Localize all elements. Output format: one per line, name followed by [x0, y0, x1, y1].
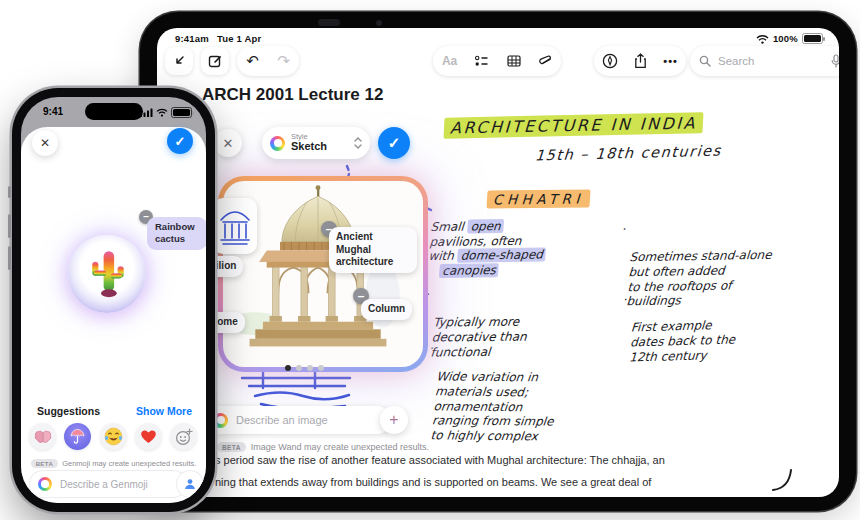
ipad-date: Tue 1 Apr: [217, 33, 262, 44]
suggestions-label: Suggestions: [37, 405, 100, 417]
cellular-icon: [140, 108, 153, 117]
tag-column[interactable]: Column: [361, 299, 412, 320]
ipad-camera: [318, 19, 340, 26]
note-actions-group: •••: [594, 46, 686, 76]
ipad-screen: 9:41am Tue 1 Apr 100%: [157, 28, 839, 497]
compose-button[interactable]: [201, 47, 229, 75]
battery-percent: 100%: [773, 33, 798, 44]
image-wand-close-button[interactable]: ✕: [214, 129, 242, 157]
genmoji-close-button[interactable]: ✕: [32, 130, 58, 156]
beta-badge: BETA: [217, 442, 246, 452]
table-icon: [507, 55, 521, 67]
image-wand-disclaimer: Image Wand may create unexpected results…: [251, 442, 429, 452]
describe-genmoji-input[interactable]: [58, 478, 178, 491]
genmoji-swirl-icon: [38, 477, 52, 491]
compose-icon: [208, 54, 222, 68]
more-button[interactable]: •••: [663, 55, 678, 67]
table-button[interactable]: [507, 55, 521, 67]
mic-icon: [831, 54, 839, 68]
undo-button[interactable]: ↶: [246, 52, 259, 70]
describe-image-input[interactable]: [234, 413, 383, 427]
collapse-icon: [172, 54, 186, 68]
style-picker[interactable]: Style Sketch: [262, 127, 370, 159]
genmoji-person-button[interactable]: [177, 471, 203, 497]
image-wand-swirl-icon: [213, 413, 228, 428]
dynamic-island: [85, 103, 143, 120]
note-paragraph-line-1: s period saw the rise of another feature…: [215, 454, 815, 467]
ipad-camera-dot: [376, 20, 382, 26]
marketing-canvas: 9:41am Tue 1 Apr 100%: [0, 0, 860, 520]
close-icon: ✕: [223, 136, 234, 151]
tag-ancient-mughal[interactable]: Ancient Mughal architecture: [329, 227, 417, 273]
search-field[interactable]: [690, 46, 839, 76]
heart-icon: [140, 429, 157, 444]
check-icon: ✓: [175, 134, 186, 149]
search-icon: [699, 55, 711, 67]
battery-icon: [802, 33, 823, 44]
search-input[interactable]: [716, 54, 826, 68]
image-wand-accept-button[interactable]: ✓: [378, 127, 410, 159]
markup-button[interactable]: [602, 53, 618, 69]
brain-icon: [34, 430, 52, 444]
volume-down-button: [8, 246, 11, 270]
add-emoji-button[interactable]: [170, 423, 197, 450]
text-format-button[interactable]: Aa: [442, 54, 457, 68]
handwritten-heading: ARCHITECTURE IN INDIA: [444, 113, 704, 137]
note-title: ARCH 2001 Lecture 12: [202, 85, 383, 105]
sketch-dome-icon: [213, 198, 257, 254]
mute-switch: [8, 186, 11, 198]
original-sketch-thumbnail[interactable]: [213, 198, 257, 254]
ipad-status-right: 100%: [756, 33, 823, 44]
share-button[interactable]: [634, 53, 647, 69]
share-icon: [634, 53, 647, 69]
beta-badge: BETA: [31, 459, 59, 468]
close-icon: ✕: [40, 136, 50, 150]
iphone-device: 9:41 ✕ ✓: [12, 88, 215, 512]
suggestion-umbrella-emoji[interactable]: [64, 423, 91, 450]
wifi-icon: [756, 34, 769, 44]
handwritten-subheading: 15th – 18th centuries: [534, 143, 722, 164]
check-icon: ✓: [388, 134, 401, 152]
show-more-link[interactable]: Show More: [136, 405, 192, 417]
collapse-toolbar-button[interactable]: [165, 47, 193, 75]
attach-button[interactable]: [539, 54, 552, 68]
note-paragraph-line-2: ning that extends away from buildings an…: [215, 476, 815, 489]
image-page-dots[interactable]: [285, 365, 324, 371]
person-icon: [184, 478, 196, 490]
checklist-button[interactable]: [475, 55, 489, 67]
genmoji-accept-button[interactable]: ✓: [167, 128, 193, 154]
suggestion-brain-emoji[interactable]: [29, 423, 56, 450]
wifi-icon: [156, 108, 168, 117]
ipad-device: 9:41am Tue 1 Apr 100%: [140, 12, 856, 511]
bullet-mark: ·: [621, 222, 626, 237]
handwriting-stroke: [769, 464, 799, 494]
describe-image-field[interactable]: [205, 406, 391, 434]
suggestion-heart-emoji[interactable]: [135, 423, 162, 450]
handwritten-section: CHHATRI: [487, 190, 591, 207]
genmoji-disclaimer: Genmoji may create unexpected results.: [62, 459, 196, 468]
smiley-plus-icon: [175, 428, 193, 446]
markup-pen-icon: [602, 53, 618, 69]
image-wand-disclaimer-row: BETA Image Wand may create unexpected re…: [217, 442, 429, 452]
ipad-time: 9:41am: [175, 33, 209, 44]
iphone-time: 9:41: [43, 106, 63, 117]
describe-genmoji-field[interactable]: [30, 471, 186, 497]
format-tools-group: Aa: [433, 46, 561, 76]
genmoji-prompt-tag[interactable]: Rainbow cactus: [147, 217, 206, 250]
iphone-status-icons: [140, 107, 192, 118]
add-image-button[interactable]: +: [380, 406, 408, 434]
suggestion-row: [29, 423, 197, 450]
suggestion-laughing-emoji[interactable]: [100, 423, 127, 450]
bullet-first-example: · First example dates back to the 12th c…: [629, 288, 738, 364]
plus-icon: +: [389, 411, 398, 429]
checklist-icon: [475, 55, 489, 67]
style-value: Sketch: [291, 141, 327, 153]
rainbow-cactus-emoji: [87, 246, 129, 302]
iphone-screen: 9:41 ✕ ✓: [21, 97, 206, 503]
chevron-up-down-icon: [354, 137, 362, 149]
bullet-mark: ·: [622, 293, 627, 308]
volume-up-button: [8, 214, 11, 238]
redo-button[interactable]: ↷: [277, 52, 290, 70]
genmoji-disclaimer-row: BETA Genmoji may create unexpected resul…: [21, 459, 206, 468]
undo-redo-group: ↶ ↷: [237, 46, 299, 76]
